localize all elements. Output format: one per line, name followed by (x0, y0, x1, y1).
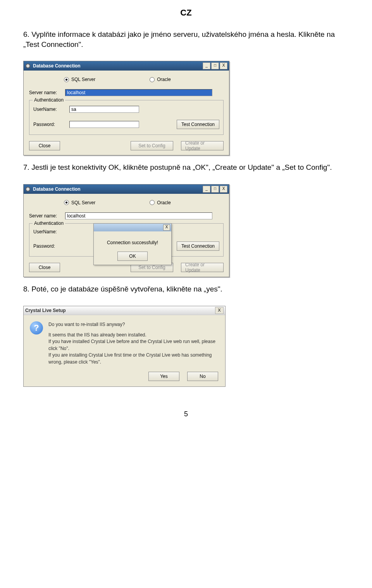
step8-body: Poté, co je databáze úspěšně vytvořena, … (31, 285, 222, 293)
username-input[interactable]: sa (69, 106, 139, 113)
step6-body: Vyplňte informace k databázi jako je jmé… (23, 30, 335, 48)
page-header: CZ (23, 8, 349, 18)
popup-titlebar: X (94, 224, 171, 231)
step7-body: Jestli je test konektivity OK, klikněte … (31, 163, 332, 171)
yes-button[interactable]: Yes (148, 372, 179, 381)
authentication-group: Authentication UserName: sa Password: Te… (29, 100, 224, 135)
setup-titlebar: Crystal Live Setup X (24, 306, 225, 315)
oracle-label: Oracle (157, 77, 170, 82)
popup-ok-button[interactable]: OK (117, 252, 148, 261)
sql-server-radio[interactable]: SQL Server (64, 77, 95, 82)
oracle-label: Oracle (157, 200, 170, 205)
connection-success-popup: X Connection successfully! OK (93, 223, 172, 265)
crystal-live-setup-dialog: Crystal Live Setup X ? Do you want to re… (23, 306, 226, 387)
question-icon: ? (30, 321, 43, 335)
create-or-update-button[interactable]: Create or Update (181, 141, 224, 150)
db-connection-dialog-1: Database Connection _ □ X SQL Server Ora… (23, 61, 229, 155)
step6-text: 6. Vyplňte informace k databázi jako je … (23, 29, 349, 49)
oracle-radio[interactable]: Oracle (150, 200, 170, 205)
page-number: 5 (23, 410, 349, 418)
username-label: UserName: (33, 107, 66, 112)
close-button[interactable]: X (220, 186, 227, 193)
maximize-button[interactable]: □ (211, 62, 219, 69)
step8-num: 8. (23, 285, 29, 293)
maximize-button[interactable]: □ (211, 186, 219, 193)
password-input[interactable] (69, 121, 139, 128)
no-button[interactable]: No (187, 372, 218, 381)
setup-head: Do you want to re-install IIS anyway? (48, 321, 219, 328)
setup-close-button[interactable]: X (215, 307, 224, 314)
minimize-button[interactable]: _ (203, 62, 210, 69)
setup-line3: If you are installing Crystal Live first… (48, 352, 219, 366)
radio-dot-icon (150, 200, 155, 205)
step8-text: 8. Poté, co je databáze úspěšně vytvořen… (23, 284, 349, 294)
radio-dot-icon (64, 200, 69, 205)
server-name-label: Server name: (29, 213, 62, 219)
auth-legend: Authentication (33, 97, 65, 103)
sql-label: SQL Server (71, 77, 95, 82)
setup-message: Do you want to re-install IIS anyway? It… (48, 321, 219, 366)
password-label: Password: (33, 243, 66, 249)
titlebar: Database Connection _ □ X (24, 61, 229, 71)
titlebar: Database Connection _ □ X (24, 185, 229, 194)
setup-line2: If you have installed Crystal Live befor… (48, 338, 219, 352)
step6-num: 6. (23, 30, 29, 38)
setup-line1: It seems that the IIS has already been i… (48, 332, 219, 338)
password-label: Password: (33, 122, 66, 127)
step7-num: 7. (23, 163, 29, 171)
popup-message: Connection successfully! (94, 231, 171, 249)
server-name-input[interactable]: localhost (65, 89, 212, 96)
gear-icon (25, 186, 31, 192)
close-dialog-button[interactable]: Close (29, 263, 60, 272)
server-name-label: Server name: (29, 90, 62, 95)
oracle-radio[interactable]: Oracle (150, 77, 170, 82)
sql-label: SQL Server (71, 200, 95, 205)
close-dialog-button[interactable]: Close (29, 141, 60, 150)
dialog-title: Database Connection (33, 63, 200, 69)
dialog-title: Database Connection (33, 186, 200, 192)
create-or-update-button[interactable]: Create or Update (181, 263, 224, 272)
server-name-input[interactable]: localhost (65, 212, 212, 219)
gear-icon (25, 63, 31, 69)
minimize-button[interactable]: _ (203, 186, 210, 193)
sql-server-radio[interactable]: SQL Server (64, 200, 95, 205)
db-connection-dialog-2: Database Connection _ □ X SQL Server Ora… (23, 184, 229, 277)
radio-dot-icon (64, 77, 69, 82)
close-button[interactable]: X (220, 62, 227, 69)
auth-legend: Authentication (33, 221, 65, 226)
setup-title: Crystal Live Setup (25, 308, 215, 313)
test-connection-button[interactable]: Test Connection (177, 120, 219, 129)
popup-close-button[interactable]: X (163, 224, 170, 231)
username-label: UserName: (33, 229, 66, 235)
test-connection-button[interactable]: Test Connection (177, 241, 219, 251)
radio-dot-icon (150, 77, 155, 82)
step7-text: 7. Jestli je test konektivity OK, klikně… (23, 162, 349, 172)
set-to-config-button[interactable]: Set to Config (131, 141, 173, 150)
